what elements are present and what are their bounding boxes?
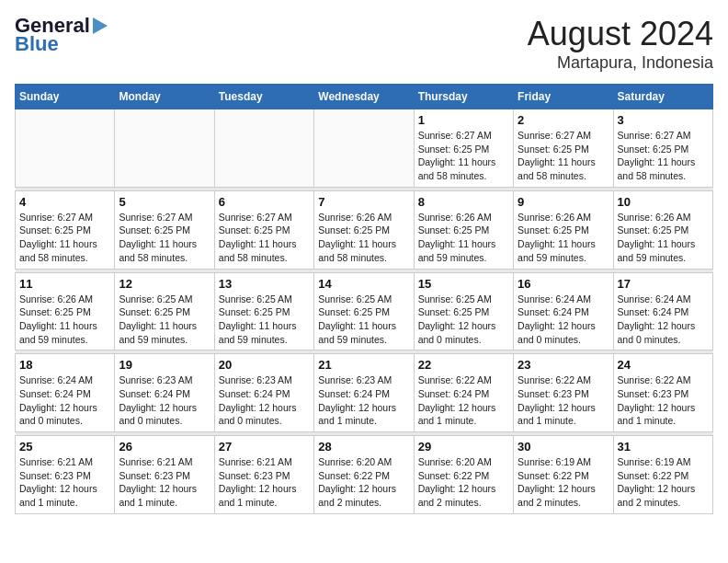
logo-blue-text: Blue: [15, 33, 59, 55]
day-info: Sunrise: 6:21 AMSunset: 6:23 PMDaylight:…: [119, 455, 210, 510]
calendar-week-row: 25Sunrise: 6:21 AMSunset: 6:23 PMDayligh…: [16, 436, 713, 514]
day-info: Sunrise: 6:27 AMSunset: 6:25 PMDaylight:…: [19, 211, 110, 265]
day-info: Sunrise: 6:27 AMSunset: 6:25 PMDaylight:…: [518, 129, 609, 183]
day-info: Sunrise: 6:22 AMSunset: 6:23 PMDaylight:…: [618, 373, 709, 428]
day-info: Sunrise: 6:24 AMSunset: 6:24 PMDaylight:…: [19, 373, 110, 428]
table-row: 5Sunrise: 6:27 AMSunset: 6:25 PMDaylight…: [115, 190, 214, 269]
table-row: [214, 109, 313, 188]
day-info: Sunrise: 6:21 AMSunset: 6:23 PMDaylight:…: [19, 455, 110, 510]
day-number: 23: [518, 358, 609, 372]
table-row: 20Sunrise: 6:23 AMSunset: 6:24 PMDayligh…: [214, 354, 313, 432]
table-row: 21Sunrise: 6:23 AMSunset: 6:24 PMDayligh…: [314, 354, 414, 432]
day-number: 5: [119, 195, 210, 209]
day-number: 16: [518, 277, 609, 291]
table-row: 16Sunrise: 6:24 AMSunset: 6:24 PMDayligh…: [514, 272, 613, 350]
day-info: Sunrise: 6:21 AMSunset: 6:23 PMDaylight:…: [219, 455, 310, 510]
table-row: 7Sunrise: 6:26 AMSunset: 6:25 PMDaylight…: [314, 190, 414, 269]
calendar-week-row: 1Sunrise: 6:27 AMSunset: 6:25 PMDaylight…: [16, 109, 713, 188]
table-row: 13Sunrise: 6:25 AMSunset: 6:25 PMDayligh…: [214, 272, 313, 350]
day-info: Sunrise: 6:23 AMSunset: 6:24 PMDaylight:…: [318, 373, 409, 428]
logo: General Blue: [15, 15, 108, 55]
day-info: Sunrise: 6:25 AMSunset: 6:25 PMDaylight:…: [318, 293, 409, 347]
table-row: 28Sunrise: 6:20 AMSunset: 6:22 PMDayligh…: [314, 436, 414, 514]
day-info: Sunrise: 6:19 AMSunset: 6:22 PMDaylight:…: [518, 455, 609, 510]
calendar-week-row: 4Sunrise: 6:27 AMSunset: 6:25 PMDaylight…: [16, 190, 713, 269]
day-number: 11: [19, 277, 110, 291]
table-row: 25Sunrise: 6:21 AMSunset: 6:23 PMDayligh…: [16, 436, 115, 514]
header-friday: Friday: [514, 85, 613, 109]
day-info: Sunrise: 6:26 AMSunset: 6:25 PMDaylight:…: [518, 211, 609, 265]
day-info: Sunrise: 6:19 AMSunset: 6:22 PMDaylight:…: [618, 455, 709, 510]
day-info: Sunrise: 6:22 AMSunset: 6:24 PMDaylight:…: [418, 373, 509, 428]
header-thursday: Thursday: [414, 85, 513, 109]
table-row: 17Sunrise: 6:24 AMSunset: 6:24 PMDayligh…: [613, 272, 712, 350]
day-number: 29: [418, 440, 509, 454]
table-row: 22Sunrise: 6:22 AMSunset: 6:24 PMDayligh…: [414, 354, 513, 432]
header-sunday: Sunday: [16, 85, 115, 109]
day-number: 21: [318, 358, 409, 372]
day-info: Sunrise: 6:25 AMSunset: 6:25 PMDaylight:…: [418, 293, 509, 347]
table-row: 4Sunrise: 6:27 AMSunset: 6:25 PMDaylight…: [16, 190, 115, 269]
table-row: 15Sunrise: 6:25 AMSunset: 6:25 PMDayligh…: [414, 272, 513, 350]
day-number: 17: [618, 277, 709, 291]
table-row: 19Sunrise: 6:23 AMSunset: 6:24 PMDayligh…: [115, 354, 214, 432]
table-row: 11Sunrise: 6:26 AMSunset: 6:25 PMDayligh…: [16, 272, 115, 350]
header-monday: Monday: [115, 85, 214, 109]
title-block: August 2024 Martapura, Indonesia: [528, 15, 713, 73]
day-info: Sunrise: 6:25 AMSunset: 6:25 PMDaylight:…: [219, 293, 310, 347]
day-number: 13: [219, 277, 310, 291]
day-number: 25: [19, 440, 110, 454]
day-info: Sunrise: 6:23 AMSunset: 6:24 PMDaylight:…: [219, 373, 310, 428]
day-info: Sunrise: 6:23 AMSunset: 6:24 PMDaylight:…: [119, 373, 210, 428]
day-info: Sunrise: 6:27 AMSunset: 6:25 PMDaylight:…: [418, 129, 509, 183]
day-info: Sunrise: 6:24 AMSunset: 6:24 PMDaylight:…: [618, 293, 709, 347]
day-info: Sunrise: 6:26 AMSunset: 6:25 PMDaylight:…: [318, 211, 409, 265]
header-tuesday: Tuesday: [214, 85, 313, 109]
day-number: 14: [318, 277, 409, 291]
table-row: 26Sunrise: 6:21 AMSunset: 6:23 PMDayligh…: [115, 436, 214, 514]
table-row: 29Sunrise: 6:20 AMSunset: 6:22 PMDayligh…: [414, 436, 513, 514]
day-number: 20: [219, 358, 310, 372]
table-row: [16, 109, 115, 188]
table-row: 14Sunrise: 6:25 AMSunset: 6:25 PMDayligh…: [314, 272, 414, 350]
day-number: 2: [518, 113, 609, 127]
table-row: [314, 109, 414, 188]
calendar-week-row: 11Sunrise: 6:26 AMSunset: 6:25 PMDayligh…: [16, 272, 713, 350]
weekday-header-row: Sunday Monday Tuesday Wednesday Thursday…: [16, 85, 713, 109]
header-wednesday: Wednesday: [314, 85, 414, 109]
day-number: 7: [318, 195, 409, 209]
table-row: 27Sunrise: 6:21 AMSunset: 6:23 PMDayligh…: [214, 436, 313, 514]
table-row: 18Sunrise: 6:24 AMSunset: 6:24 PMDayligh…: [16, 354, 115, 432]
day-info: Sunrise: 6:26 AMSunset: 6:25 PMDaylight:…: [19, 293, 110, 347]
day-info: Sunrise: 6:26 AMSunset: 6:25 PMDaylight:…: [418, 211, 509, 265]
day-info: Sunrise: 6:22 AMSunset: 6:23 PMDaylight:…: [518, 373, 609, 428]
logo-arrow-icon: [93, 17, 108, 34]
day-info: Sunrise: 6:20 AMSunset: 6:22 PMDaylight:…: [318, 455, 409, 510]
calendar-table: Sunday Monday Tuesday Wednesday Thursday…: [15, 84, 713, 514]
day-number: 19: [119, 358, 210, 372]
calendar-title: August 2024: [528, 15, 713, 53]
day-number: 31: [618, 440, 709, 454]
table-row: 10Sunrise: 6:26 AMSunset: 6:25 PMDayligh…: [613, 190, 712, 269]
table-row: [115, 109, 214, 188]
day-info: Sunrise: 6:26 AMSunset: 6:25 PMDaylight:…: [618, 211, 709, 265]
table-row: 1Sunrise: 6:27 AMSunset: 6:25 PMDaylight…: [414, 109, 513, 188]
table-row: 30Sunrise: 6:19 AMSunset: 6:22 PMDayligh…: [514, 436, 613, 514]
day-info: Sunrise: 6:27 AMSunset: 6:25 PMDaylight:…: [119, 211, 210, 265]
day-number: 1: [418, 113, 509, 127]
day-number: 12: [119, 277, 210, 291]
page-header: General Blue August 2024 Martapura, Indo…: [15, 15, 713, 73]
day-number: 10: [618, 195, 709, 209]
day-info: Sunrise: 6:25 AMSunset: 6:25 PMDaylight:…: [119, 293, 210, 347]
day-number: 18: [19, 358, 110, 372]
day-number: 9: [518, 195, 609, 209]
table-row: 24Sunrise: 6:22 AMSunset: 6:23 PMDayligh…: [613, 354, 712, 432]
calendar-week-row: 18Sunrise: 6:24 AMSunset: 6:24 PMDayligh…: [16, 354, 713, 432]
day-info: Sunrise: 6:27 AMSunset: 6:25 PMDaylight:…: [618, 129, 709, 183]
table-row: 23Sunrise: 6:22 AMSunset: 6:23 PMDayligh…: [514, 354, 613, 432]
day-info: Sunrise: 6:20 AMSunset: 6:22 PMDaylight:…: [418, 455, 509, 510]
header-saturday: Saturday: [613, 85, 712, 109]
table-row: 31Sunrise: 6:19 AMSunset: 6:22 PMDayligh…: [613, 436, 712, 514]
table-row: 8Sunrise: 6:26 AMSunset: 6:25 PMDaylight…: [414, 190, 513, 269]
day-number: 24: [618, 358, 709, 372]
